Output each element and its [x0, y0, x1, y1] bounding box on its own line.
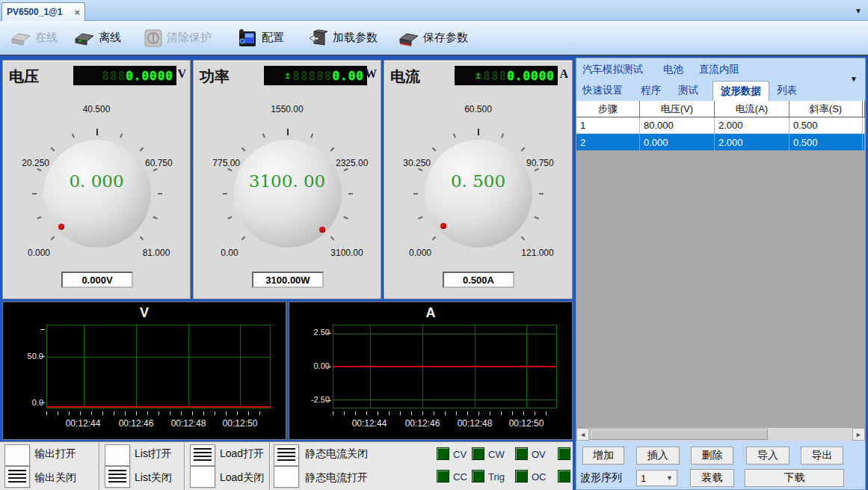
waveform-table: 步骤 电压(V) 电流(A) 斜率(S) 1 80.000 2.000 0.50…	[576, 101, 865, 150]
current-knob-indicator-dot	[440, 223, 446, 229]
load-params-icon	[308, 28, 329, 48]
voltage-knob-value: 0. 000	[3, 171, 190, 191]
table-row-selected[interactable]: 2 0.000 2.000 0.500	[576, 134, 865, 150]
tab-program[interactable]: 程序	[641, 84, 661, 97]
list-on-cell[interactable]	[105, 444, 130, 466]
voltage-setpoint-input[interactable]	[61, 272, 133, 288]
table-row[interactable]: 1 80.000 2.000 0.500	[576, 117, 865, 134]
clear-protection-icon	[144, 28, 163, 48]
current-chart-panel: A 2.50 0.00 -2.50 00:12:44 00:12:46 00:1…	[289, 301, 573, 440]
tab-battery[interactable]: 电池	[663, 63, 683, 76]
output-toggle-group: 输出打开 输出关闭	[0, 442, 99, 490]
voltage-chart-plot	[46, 325, 271, 408]
static-current-toggle-switch[interactable]	[274, 444, 299, 489]
static-current-on-cell[interactable]	[274, 466, 299, 488]
tab-dc-resistance[interactable]: 直流内阻	[699, 63, 739, 76]
waveform-sequence-select[interactable]: 1 ▼	[636, 470, 677, 486]
power-knob-value: 3100. 00	[194, 171, 381, 191]
static-current-on-label: 静态电流打开	[305, 471, 368, 485]
status-bar: 输出打开 输出关闭 List打开 List关闭 Load打开 Load关闭	[0, 441, 573, 490]
cell-voltage: 0.000	[640, 134, 715, 150]
load-params-label: 加载参数	[333, 31, 378, 45]
tab-pv6500[interactable]: PV6500_1@1 ×	[1, 2, 85, 21]
online-button[interactable]: 在线	[7, 28, 61, 48]
list-toggle-switch[interactable]	[105, 444, 130, 489]
voltage-display-dim: 888	[102, 69, 126, 83]
load-on-cell[interactable]	[190, 444, 215, 466]
tab-auto-sim-test[interactable]: 汽车模拟测试	[582, 63, 643, 76]
current-setpoint-input[interactable]	[443, 272, 514, 288]
save-params-button[interactable]: 保存参数	[395, 28, 471, 48]
clear-protection-label: 清除保护	[167, 31, 212, 45]
power-scale-min: 0.00	[207, 248, 252, 258]
close-icon[interactable]: ×	[74, 7, 80, 18]
import-button[interactable]: 导入	[746, 447, 789, 465]
load-toggle-group: Load打开 Load关闭	[185, 442, 270, 490]
cc-led	[437, 470, 449, 483]
voltage-seven-seg-display: 8880.0000	[73, 66, 176, 85]
current-title: 电流	[390, 67, 420, 87]
output-on-cell[interactable]	[4, 444, 30, 466]
trig-led	[472, 470, 484, 483]
tab-quick-setup[interactable]: 快速设置	[582, 84, 623, 97]
static-current-off-label: 静态电流关闭	[305, 447, 368, 461]
current-y-tick: 0.00	[297, 361, 330, 370]
online-icon	[10, 30, 31, 46]
load-params-button[interactable]: 加载参数	[305, 27, 381, 49]
scrollbar-thumb[interactable]	[590, 429, 768, 440]
power-scale-mid: 1550.00	[194, 104, 381, 114]
cell-slope: 0.500	[789, 117, 863, 134]
static-current-off-cell[interactable]	[274, 444, 299, 466]
scroll-right-arrow-icon[interactable]: ►	[852, 428, 865, 441]
app-window: PV6500_1@1 × ▼ 在线 离线 清除保护	[0, 0, 868, 490]
horizontal-scrollbar[interactable]: ◄ ►	[576, 428, 865, 441]
current-y-tick: 2.50	[297, 328, 330, 337]
tab-waveform-data[interactable]: 波形数据	[712, 81, 769, 102]
tab-list-arrow-icon[interactable]: ▼	[855, 7, 862, 15]
config-button[interactable]: 配置	[234, 27, 287, 49]
document-tab-bar: PV6500_1@1 × ▼	[0, 0, 868, 21]
list-toggle-group: List打开 List关闭	[100, 442, 185, 490]
voltage-knob[interactable]	[43, 140, 151, 248]
export-button[interactable]: 导出	[801, 447, 843, 465]
voltage-x-axis-ticks	[46, 411, 271, 415]
mount-button[interactable]: 装载	[690, 469, 734, 487]
clear-protection-button[interactable]: 清除保护	[141, 27, 215, 49]
current-unit: A	[559, 67, 568, 81]
power-knob-indicator-dot	[319, 227, 325, 233]
voltage-scale-mid: 40.500	[3, 104, 190, 114]
power-setpoint-input[interactable]	[252, 272, 324, 288]
col-voltage: 电压(V)	[640, 101, 715, 117]
list-off-cell[interactable]	[105, 466, 130, 488]
current-chart-plot	[333, 325, 557, 408]
download-button[interactable]: 下载	[745, 469, 844, 487]
power-sign: ±	[285, 70, 291, 81]
oc-led	[515, 470, 528, 483]
tab-test[interactable]: 测试	[678, 84, 698, 97]
cell-step: 1	[576, 117, 640, 134]
oc-label: OC	[532, 471, 547, 483]
voltage-chart-panel: V 50.0 0.0 00:12:44 00:12:46 00:12:48 00…	[2, 301, 286, 440]
output-off-cell[interactable]	[4, 466, 30, 488]
scroll-left-arrow-icon[interactable]: ◄	[576, 428, 589, 441]
load-off-cell[interactable]	[190, 466, 215, 488]
voltage-scale-high: 60.750	[145, 158, 188, 168]
tab-title: PV6500_1@1	[7, 7, 74, 17]
add-button[interactable]: 增加	[582, 447, 624, 465]
tab-overflow-arrow-icon[interactable]: ▼	[850, 75, 858, 83]
insert-button[interactable]: 插入	[636, 447, 680, 465]
delete-button[interactable]: 删除	[691, 447, 733, 465]
current-x-tick: 00:12:46	[396, 418, 449, 429]
current-knob[interactable]	[425, 140, 532, 248]
col-step: 步骤	[576, 101, 640, 117]
cv-led	[437, 447, 449, 460]
load-toggle-switch[interactable]	[190, 444, 215, 489]
cell-current: 2.000	[715, 134, 789, 150]
tab-list[interactable]: 列表	[777, 84, 797, 97]
power-knob[interactable]	[234, 140, 342, 248]
output-toggle-switch[interactable]	[4, 444, 30, 489]
current-sign: ±	[475, 70, 481, 81]
offline-button[interactable]: 离线	[71, 28, 124, 48]
save-params-label: 保存参数	[423, 31, 468, 45]
power-scale-max: 3100.00	[322, 248, 372, 258]
